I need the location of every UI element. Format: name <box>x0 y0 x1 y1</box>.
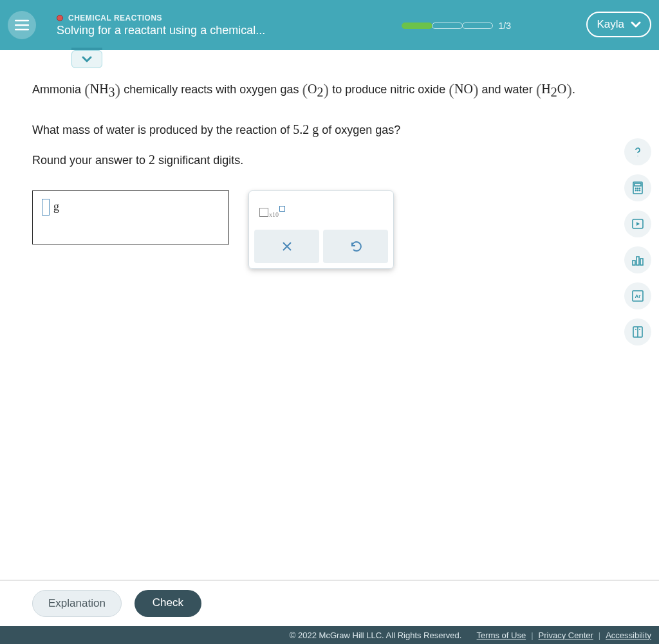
video-tool[interactable] <box>624 210 651 237</box>
svg-rect-9 <box>633 261 635 265</box>
sci-x10-label: x10 <box>269 211 279 218</box>
course-label: CHEMICAL REACTIONS <box>68 14 162 23</box>
svg-rect-1 <box>635 183 641 186</box>
help-tool[interactable] <box>624 138 651 165</box>
hamburger-icon <box>15 19 29 31</box>
chevron-down-icon <box>631 21 641 28</box>
progress-seg-3 <box>462 23 493 29</box>
given-mass: 5.2 g <box>293 122 319 136</box>
formula-nh3: NH <box>90 82 109 96</box>
header-bar: CHEMICAL REACTIONS Solving for a reactan… <box>0 0 659 50</box>
math-keypad: x10 <box>248 190 394 269</box>
element-icon: Ar <box>631 290 645 302</box>
book-icon <box>631 326 644 338</box>
q-text: Ammonia <box>32 83 84 96</box>
svg-rect-11 <box>640 259 643 265</box>
undo-button[interactable] <box>323 230 388 263</box>
terms-link[interactable]: Terms of Use <box>477 630 526 640</box>
user-menu[interactable]: Kayla <box>586 12 651 37</box>
formula-no: NO <box>454 82 473 96</box>
progress-count: 1/3 <box>499 21 511 31</box>
answer-unit: g <box>53 200 59 214</box>
question-line-1: Ammonia (NH3) chemically reacts with oxy… <box>32 76 627 104</box>
sci-exp-box-icon <box>279 206 285 212</box>
calculator-tool[interactable] <box>624 174 651 201</box>
input-cursor-icon <box>42 199 50 216</box>
svg-point-2 <box>635 188 636 189</box>
sig-figs: 2 <box>149 152 155 167</box>
answer-input[interactable]: g <box>32 190 229 244</box>
q-text: to produce nitric oxide <box>332 83 449 96</box>
progress-bar <box>402 23 492 29</box>
question-line-3: Round your answer to 2 significant digit… <box>32 152 627 167</box>
menu-button[interactable] <box>8 11 36 39</box>
svg-text:Ar: Ar <box>635 293 641 299</box>
page-title: Solving for a reactant using a chemical.… <box>57 24 265 37</box>
expand-question-tab[interactable] <box>71 50 102 68</box>
progress-indicator: 1/3 <box>402 21 511 31</box>
play-icon <box>632 219 644 229</box>
q-text: and water <box>482 83 536 96</box>
progress-seg-1 <box>402 23 432 29</box>
scientific-notation-button[interactable]: x10 <box>259 208 285 218</box>
calculator-icon <box>632 181 644 194</box>
reference-tool[interactable] <box>624 318 651 345</box>
periodic-table-tool[interactable]: Ar <box>624 282 651 309</box>
x-icon <box>281 241 293 252</box>
accessibility-link[interactable]: Accessibility <box>606 630 651 640</box>
formula-o2: O <box>308 82 317 96</box>
check-button[interactable]: Check <box>135 590 201 617</box>
header-text: CHEMICAL REACTIONS Solving for a reactan… <box>57 14 265 37</box>
stats-tool[interactable] <box>624 246 651 273</box>
q-text: chemically reacts with oxygen gas <box>124 83 302 96</box>
side-toolbar: Ar <box>624 138 651 345</box>
status-dot-icon <box>57 15 63 21</box>
privacy-link[interactable]: Privacy Center <box>539 630 593 640</box>
svg-point-5 <box>635 190 636 190</box>
undo-icon <box>349 240 362 253</box>
chevron-down-icon <box>81 55 93 63</box>
sci-base-box-icon <box>259 208 268 217</box>
question-area: Ammonia (NH3) chemically reacts with oxy… <box>0 50 659 269</box>
question-icon <box>631 145 644 158</box>
explanation-button[interactable]: Explanation <box>32 590 122 617</box>
question-line-2: What mass of water is produced by the re… <box>32 122 627 137</box>
svg-rect-10 <box>636 257 639 265</box>
bar-chart-icon <box>631 254 644 266</box>
copyright-text: © 2022 McGraw Hill LLC. All Rights Reser… <box>290 630 462 640</box>
clear-button[interactable] <box>254 230 319 263</box>
formula-h2o: H <box>541 82 550 96</box>
action-bar: Explanation Check <box>0 580 659 626</box>
footer: © 2022 McGraw Hill LLC. All Rights Reser… <box>0 626 659 644</box>
user-name: Kayla <box>597 18 624 31</box>
svg-point-3 <box>637 188 638 189</box>
progress-seg-2 <box>432 23 463 29</box>
svg-point-6 <box>637 190 638 190</box>
svg-point-4 <box>639 188 640 189</box>
svg-point-7 <box>639 190 640 190</box>
